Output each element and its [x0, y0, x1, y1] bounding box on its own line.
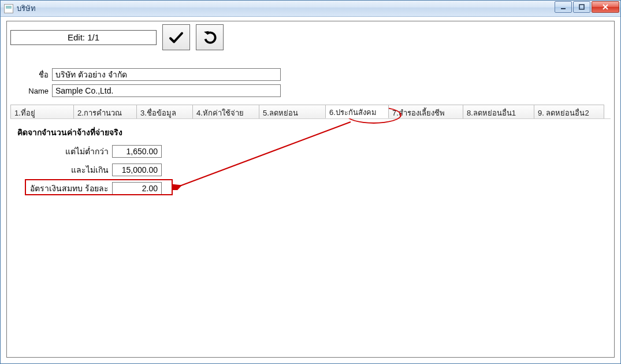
tab-expense[interactable]: 4.หักค่าใช้จ่าย [192, 105, 259, 118]
tab-other-deduct1[interactable]: 8.ลดหย่อนอื่น1 [463, 105, 534, 118]
maximize-button[interactable] [573, 1, 590, 13]
tab-strip: 1.ที่อยู่ 2.การคำนวณ 3.ชื่อข้อมูล 4.หักค… [10, 105, 611, 119]
row-max-wage: และไม่เกิน 15,000.00 [17, 162, 604, 178]
window-buttons [555, 1, 619, 13]
minimize-button[interactable] [555, 1, 572, 13]
max-wage-label: และไม่เกิน [17, 164, 112, 176]
rate-label: อัตราเงินสมทบ ร้อยละ [17, 182, 112, 195]
panel-heading: คิดจากจำนวนค่าจ้างที่จ่ายจริง [17, 126, 604, 139]
name-en-input[interactable]: Sample Co.,Ltd. [52, 84, 281, 97]
min-wage-input[interactable]: 1,650.00 [112, 145, 162, 158]
tab-address[interactable]: 1.ที่อยู่ [10, 105, 74, 118]
min-wage-label: แต่ไม่ต่ำกว่า [17, 145, 112, 158]
tab-deduction[interactable]: 5.ลดหย่อน [259, 105, 326, 118]
content-area: Edit: 1/1 ชื่อ บริษัท ตัวอย่าง จำกัด Nam… [6, 21, 615, 358]
check-icon [168, 29, 185, 46]
close-icon [601, 3, 609, 10]
toolbar: Edit: 1/1 [7, 21, 614, 50]
tab-provident[interactable]: 7.สำรองเลี้ยงชีพ [388, 105, 463, 118]
app-window: บริษัท Edit: 1/1 [0, 0, 621, 364]
tab-panel-social-security: คิดจากจำนวนค่าจ้างที่จ่ายจริง แต่ไม่ต่ำก… [7, 119, 614, 206]
confirm-button[interactable] [162, 24, 190, 50]
tab-calculation[interactable]: 2.การคำนวณ [73, 105, 137, 118]
undo-icon [201, 29, 218, 46]
tab-dataname[interactable]: 3.ชื่อข้อมูล [136, 105, 193, 118]
row-min-wage: แต่ไม่ต่ำกว่า 1,650.00 [17, 143, 604, 159]
edit-status-box: Edit: 1/1 [10, 30, 157, 45]
undo-button[interactable] [196, 24, 224, 50]
svg-rect-0 [561, 8, 566, 9]
titlebar: บริษัท [1, 1, 620, 17]
close-button[interactable] [592, 1, 619, 13]
max-wage-input[interactable]: 15,000.00 [112, 164, 162, 176]
name-th-label: ชื่อ [25, 69, 52, 81]
name-th-input[interactable]: บริษัท ตัวอย่าง จำกัด [52, 68, 281, 81]
tab-other-deduct2[interactable]: 9. ลดหย่อนอื่น2 [534, 105, 604, 118]
app-icon [4, 4, 13, 13]
minimize-icon [560, 3, 567, 10]
rate-input[interactable]: 2.00 [112, 182, 162, 195]
maximize-icon [578, 3, 585, 10]
window-title: บริษัท [17, 2, 36, 14]
tab-social-security[interactable]: 6.ประกันสังคม [325, 105, 389, 118]
company-name-block: ชื่อ บริษัท ตัวอย่าง จำกัด Name Sample C… [25, 68, 614, 98]
svg-rect-1 [579, 5, 584, 9]
row-rate: อัตราเงินสมทบ ร้อยละ 2.00 [17, 180, 604, 196]
name-en-label: Name [25, 87, 52, 95]
